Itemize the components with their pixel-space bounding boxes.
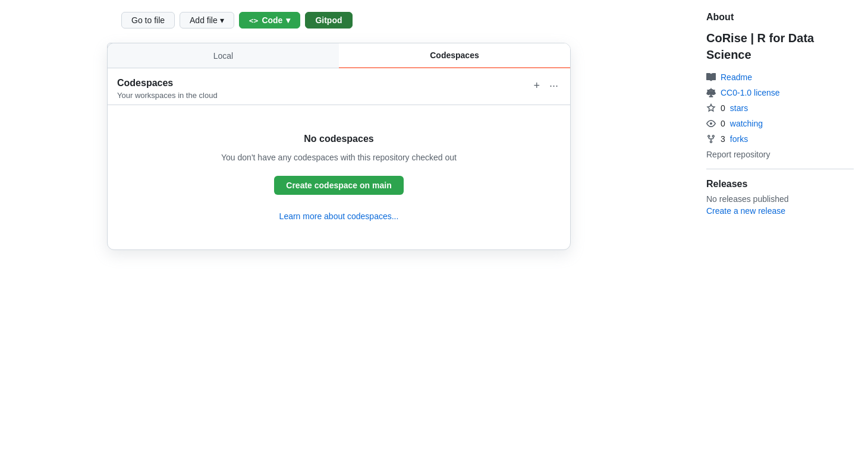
- fork-icon: [706, 134, 716, 144]
- create-codespace-button[interactable]: Create codespace on main: [274, 176, 403, 195]
- code-chevron-icon: ▾: [286, 15, 290, 25]
- gitpod-button[interactable]: Gitpod: [305, 12, 352, 29]
- dropdown-header-left: Codespaces Your workspaces in the cloud: [117, 78, 218, 100]
- learn-more-codespaces-link[interactable]: Learn more about codespaces...: [122, 211, 556, 221]
- license-item: CC0-1.0 license: [706, 88, 854, 97]
- codespaces-empty-state: No codespaces You don't have any codespa…: [108, 105, 570, 249]
- watching-count: 0: [721, 119, 725, 128]
- license-label[interactable]: CC0-1.0 license: [721, 88, 780, 97]
- forks-item: 3 forks: [706, 134, 854, 144]
- empty-state-title: No codespaces: [122, 134, 556, 144]
- forks-count: 3: [721, 134, 725, 144]
- about-title: About: [706, 12, 854, 23]
- codespaces-more-options-button[interactable]: ···: [547, 78, 561, 93]
- forks-label[interactable]: forks: [730, 134, 748, 144]
- eye-icon: [706, 119, 716, 128]
- empty-state-description: You don't have any codespaces with this …: [122, 151, 556, 164]
- go-to-file-button[interactable]: Go to file: [121, 12, 175, 29]
- watching-label[interactable]: watching: [730, 119, 763, 128]
- readme-label[interactable]: Readme: [721, 72, 752, 82]
- sidebar-divider: [706, 169, 854, 169]
- readme-item: Readme: [706, 72, 854, 82]
- repo-description: CoRise | R for Data Science: [706, 30, 854, 63]
- no-releases-label: No releases published: [706, 194, 854, 204]
- law-icon: [706, 88, 716, 97]
- codespaces-section-title: Codespaces: [117, 78, 218, 89]
- add-codespace-button[interactable]: +: [531, 78, 542, 93]
- codespaces-dropdown: Local Codespaces Codespaces Your workspa…: [107, 43, 571, 250]
- dropdown-header: Codespaces Your workspaces in the cloud …: [108, 68, 570, 105]
- code-angle-brackets-icon: <>: [249, 16, 259, 25]
- stars-label[interactable]: stars: [730, 103, 748, 113]
- right-sidebar: About CoRise | R for Data Science Readme…: [692, 12, 868, 462]
- stars-item: 0 stars: [706, 103, 854, 113]
- tab-local[interactable]: Local: [108, 43, 339, 68]
- codespaces-section-subtitle: Your workspaces in the cloud: [117, 91, 218, 100]
- add-file-label: Add file: [190, 15, 218, 25]
- stars-count: 0: [721, 103, 725, 113]
- releases-title: Releases: [706, 179, 854, 189]
- watching-item: 0 watching: [706, 119, 854, 128]
- tab-codespaces[interactable]: Codespaces: [339, 43, 570, 68]
- create-new-release-link[interactable]: Create a new release: [706, 206, 785, 216]
- star-icon: [706, 103, 716, 113]
- dropdown-tabs: Local Codespaces: [108, 43, 570, 68]
- report-repository-link[interactable]: Report repository: [706, 150, 854, 159]
- add-file-button[interactable]: Add file ▾: [180, 12, 234, 29]
- book-icon: [706, 72, 716, 82]
- dropdown-header-actions: + ···: [531, 78, 561, 93]
- toolbar: Go to file Add file ▾ <> Code ▾ Gitpod: [14, 12, 678, 29]
- add-file-chevron-icon: ▾: [220, 15, 224, 25]
- code-button[interactable]: <> Code ▾: [239, 12, 301, 29]
- code-label: Code: [262, 15, 282, 25]
